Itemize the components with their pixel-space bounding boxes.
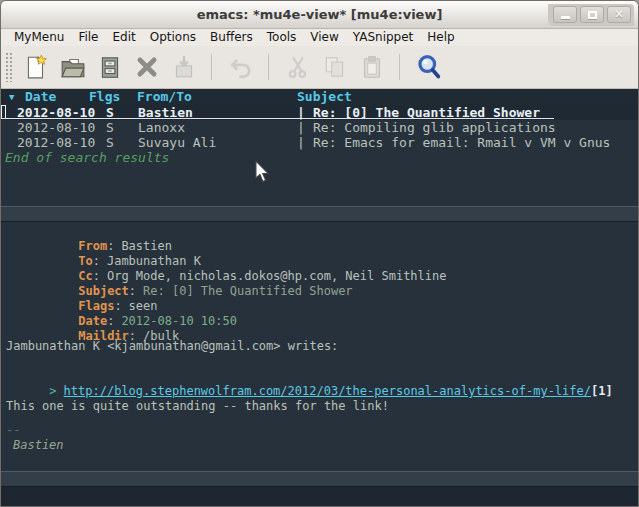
modeline-position: ( 1, 0) (158, 221, 209, 222)
minimize-button[interactable] (553, 6, 577, 23)
window-controls: ✕ (548, 4, 634, 26)
row-from: Suvayu Ali (138, 135, 216, 150)
row-date: 2012-08-10 (17, 135, 95, 150)
signature-separator: -- (6, 423, 20, 438)
column-from-to[interactable]: From/To (137, 89, 192, 105)
row-separator: | (297, 135, 305, 150)
row-flags: S (106, 135, 114, 150)
headers-column-bar: ▼ Date Flgs From/To Subject (1, 89, 638, 105)
body-attribution-line: Jambunathan K <kjambunathan@gmail.com> w… (6, 339, 338, 354)
maximize-button[interactable] (580, 6, 604, 23)
modeline-window-id: W32 (532, 221, 554, 222)
link-reference-number: [1] (591, 384, 613, 398)
column-subject[interactable]: Subject (297, 89, 352, 105)
field-value: 2012-08-10 10:50 (114, 314, 237, 328)
close-button[interactable]: ✕ (607, 6, 631, 23)
modeline-status-flags: [Ovr,Mod,RO] (395, 221, 482, 222)
row-date: 2012-08-10 (17, 120, 95, 135)
field-label: Subject (78, 284, 129, 298)
dired-icon[interactable] (95, 52, 125, 82)
signature: Bastien (13, 438, 64, 453)
field-value: Jambunathan K (100, 254, 201, 268)
message-row[interactable]: 2012-08-10 S Suvayu Ali | Re: Emacs for … (1, 135, 638, 150)
kill-buffer-icon[interactable] (132, 52, 162, 82)
message-header-field: From:Bastien (6, 224, 636, 239)
cut-icon (283, 52, 313, 82)
menu-item[interactable]: View (303, 29, 345, 46)
emacs-frame: ▼ Date Flgs From/To Subject 2012-08-10 S… (1, 89, 638, 507)
search-icon[interactable] (414, 52, 444, 82)
row-flags: S (106, 120, 114, 135)
selected-row-underline (1, 118, 554, 119)
row-separator: | (297, 120, 305, 135)
field-label: Flags (78, 299, 114, 313)
modeline-buffer-name[interactable]: *mu4e-headers* (49, 221, 150, 222)
open-folder-icon[interactable] (58, 52, 88, 82)
end-of-search-message: End of search results (5, 150, 169, 165)
modeline-mu4e-view: *mu4e-view*( 1, 0)[All/372][mu4e:view][I… (1, 471, 638, 487)
sort-descending-icon[interactable]: ▼ (9, 89, 14, 106)
undo-icon (226, 52, 256, 82)
field-value: Re: [0] The Quantified Shower (136, 284, 353, 298)
save-buffer-icon (169, 52, 199, 82)
toolbar-separator (268, 54, 269, 80)
body-text-line: This one is quite outstanding -- thanks … (6, 399, 389, 414)
menu-item[interactable]: Tools (260, 29, 304, 46)
modeline-maildir: maildir:/bulk (561, 221, 638, 222)
message-row[interactable]: 2012-08-10 S Lanoxx | Re: Compiling glib… (1, 120, 638, 135)
field-label: To (78, 254, 92, 268)
field-value: Bastien (114, 239, 172, 253)
menu-item[interactable]: MyMenu (7, 29, 71, 46)
menu-item[interactable]: Edit (106, 29, 143, 46)
column-date[interactable]: Date (25, 89, 56, 105)
toolbar-separator (211, 54, 212, 80)
field-value: seen (122, 299, 158, 313)
point-cursor (1, 105, 6, 119)
field-label: From (78, 239, 107, 253)
modeline-range: [All/275] (215, 221, 280, 222)
row-subject: Re: Compiling glib applications (313, 120, 556, 135)
message-row[interactable]: 2012-08-10 S Bastien | Re: [0] The Quant… (1, 105, 638, 120)
menu-item[interactable]: YASnippet (346, 29, 421, 46)
body-hyperlink[interactable]: http://blog.stephenwolfram.com/2012/03/t… (64, 384, 591, 398)
row-subject: Re: Emacs for email: Rmail v VM v Gnus (313, 135, 610, 150)
toolbar-drag-handle[interactable] (5, 52, 14, 82)
toolbar (1, 46, 638, 89)
menu-item[interactable]: Options (143, 29, 203, 46)
column-flags[interactable]: Flgs (89, 89, 120, 105)
headers-list: 2012-08-10 S Bastien | Re: [0] The Quant… (1, 105, 638, 150)
close-icon: ✕ (614, 9, 623, 20)
titlebar[interactable]: emacs: *mu4e-view* [mu4e:view] ✕ (1, 1, 638, 29)
modeline-major-mode[interactable]: [mu4e-headers] (287, 221, 388, 222)
copy-icon (320, 52, 350, 82)
field-label: Date (78, 314, 107, 328)
maximize-icon (588, 11, 597, 19)
window-title: emacs: *mu4e-view* [mu4e:view] (1, 1, 638, 28)
message-header-fields: From:Bastien To:Jambunathan K Cc:Org Mod… (6, 224, 636, 329)
quote-prefix: > (49, 384, 56, 398)
echo-area[interactable] (1, 487, 638, 507)
minimize-icon (561, 16, 570, 19)
mouse-cursor (254, 161, 270, 187)
paste-icon (357, 52, 387, 82)
field-label: Cc (78, 269, 92, 283)
menubar: MyMenuFileEditOptionsBuffersToolsViewYAS… (1, 29, 638, 46)
emacs-window: emacs: *mu4e-view* [mu4e:view] ✕ MyMenuF… (0, 0, 639, 507)
modified-flag: Mod (431, 221, 453, 222)
menu-item[interactable]: File (71, 29, 105, 46)
modeline-time: 11:02 (489, 221, 525, 222)
row-from: Lanoxx (138, 120, 185, 135)
menu-item[interactable]: Buffers (203, 29, 260, 46)
new-file-icon[interactable] (21, 52, 51, 82)
field-value: Org Mode, nicholas.dokos@hp.com, Neil Sm… (100, 269, 447, 283)
toolbar-separator (399, 54, 400, 80)
menu-item[interactable]: Help (420, 29, 461, 46)
modeline-mu4e-headers: *mu4e-headers*( 1, 0)[All/275][mu4e-head… (1, 206, 638, 222)
